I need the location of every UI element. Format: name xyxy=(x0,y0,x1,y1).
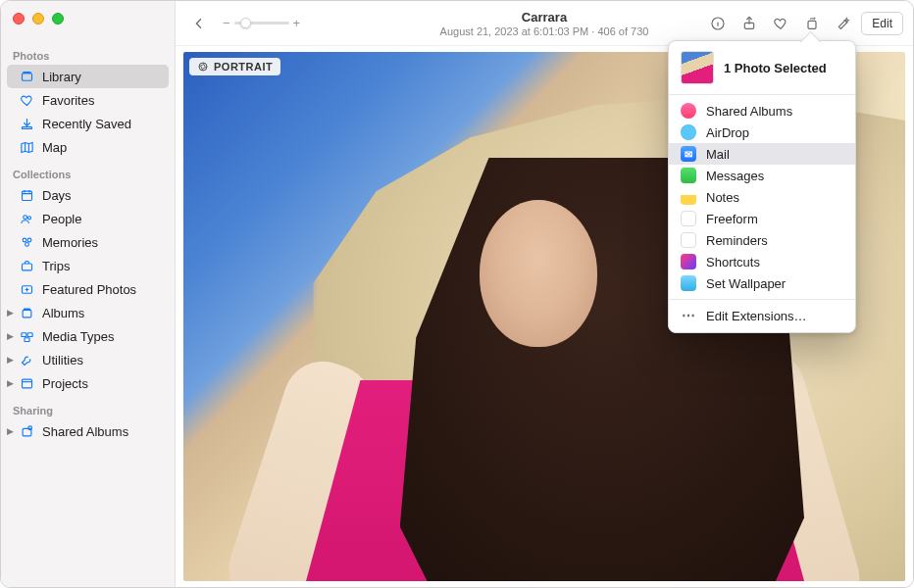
close-window-button[interactable] xyxy=(13,13,25,24)
back-button[interactable] xyxy=(185,10,213,37)
share-item-set-wallpaper[interactable]: Set Wallpaper xyxy=(669,272,855,294)
chevron-right-icon[interactable]: ▶ xyxy=(5,426,15,436)
sidebar-item-memories[interactable]: Memories xyxy=(7,230,169,254)
zoom-in-icon: + xyxy=(293,16,301,30)
freeform-app-icon xyxy=(681,211,696,226)
sidebar-item-label: People xyxy=(42,212,81,226)
sparkle-icon xyxy=(19,281,34,297)
sidebar-item-label: Favorites xyxy=(42,93,94,108)
shared-albums-icon xyxy=(19,423,34,439)
share-item-freeform[interactable]: Freeform xyxy=(669,208,855,229)
chevron-right-icon[interactable]: ▶ xyxy=(5,331,15,341)
share-item-reminders[interactable]: Reminders xyxy=(669,229,855,251)
messages-app-icon xyxy=(681,168,696,183)
svg-rect-2 xyxy=(22,126,31,128)
svg-rect-12 xyxy=(24,309,29,310)
sidebar-item-library[interactable]: Library xyxy=(7,65,169,88)
notes-app-icon xyxy=(681,189,696,205)
zoom-out-icon: − xyxy=(223,16,230,30)
share-item-notes[interactable]: Notes xyxy=(669,186,855,208)
sidebar-item-days[interactable]: Days xyxy=(7,183,169,207)
sidebar-item-label: Featured Photos xyxy=(42,282,136,297)
sidebar-item-label: Map xyxy=(42,140,67,155)
divider xyxy=(669,299,855,300)
aperture-icon xyxy=(197,61,209,73)
sidebar-item-media-types[interactable]: ▶ Media Types xyxy=(7,324,169,348)
albums-icon xyxy=(19,305,34,320)
airdrop-app-icon xyxy=(681,124,696,140)
sidebar-item-trips[interactable]: Trips xyxy=(7,254,169,277)
sidebar-item-map[interactable]: Map xyxy=(7,135,169,159)
favorite-button[interactable] xyxy=(767,10,794,37)
share-item-edit-extensions[interactable]: ⋯ Edit Extensions… xyxy=(669,305,855,326)
sidebar-item-label: Projects xyxy=(42,376,88,391)
sidebar-item-label: Media Types xyxy=(42,329,114,344)
edit-button[interactable]: Edit xyxy=(861,12,903,35)
reminders-app-icon xyxy=(681,232,696,248)
shortcuts-app-icon xyxy=(681,254,696,270)
svg-rect-15 xyxy=(25,337,29,341)
sidebar-item-recently-saved[interactable]: Recently Saved xyxy=(7,112,169,135)
sidebar-item-label: Albums xyxy=(42,306,84,320)
wrench-icon xyxy=(19,352,34,368)
sidebar-item-label: Recently Saved xyxy=(42,117,131,131)
sidebar-item-people[interactable]: People xyxy=(7,207,169,230)
chevron-right-icon[interactable]: ▶ xyxy=(5,378,15,388)
svg-point-18 xyxy=(27,425,31,429)
chevron-right-icon[interactable]: ▶ xyxy=(5,308,15,318)
sidebar-item-label: Utilities xyxy=(42,353,83,368)
sidebar-item-utilities[interactable]: ▶ Utilities xyxy=(7,348,169,371)
sidebar-item-label: Trips xyxy=(42,259,70,273)
svg-point-5 xyxy=(27,216,30,219)
sidebar-section-collections: Collections xyxy=(1,167,175,183)
svg-rect-3 xyxy=(22,191,31,200)
svg-rect-16 xyxy=(22,379,31,388)
svg-point-22 xyxy=(199,63,207,71)
share-item-messages[interactable]: Messages xyxy=(669,165,855,186)
auto-enhance-button[interactable] xyxy=(830,10,857,37)
svg-rect-9 xyxy=(22,264,31,270)
svg-rect-13 xyxy=(21,332,25,336)
share-menu: 1 Photo Selected Shared Albums AirDrop ✉… xyxy=(668,40,856,333)
mail-app-icon: ✉ xyxy=(681,146,696,162)
svg-point-6 xyxy=(23,238,26,242)
projects-icon xyxy=(19,375,34,391)
window-controls xyxy=(13,13,64,24)
people-icon xyxy=(19,211,34,226)
share-item-mail[interactable]: ✉ Mail xyxy=(669,143,855,165)
share-item-airdrop[interactable]: AirDrop xyxy=(669,122,855,143)
sidebar-item-albums[interactable]: ▶ Albums xyxy=(7,301,169,324)
svg-rect-11 xyxy=(23,310,31,318)
info-button[interactable] xyxy=(704,10,732,37)
sidebar-item-favorites[interactable]: Favorites xyxy=(7,88,169,112)
sidebar-section-sharing: Sharing xyxy=(1,403,175,419)
extensions-icon: ⋯ xyxy=(681,308,696,323)
zoom-window-button[interactable] xyxy=(52,13,64,24)
svg-point-8 xyxy=(25,242,28,246)
chevron-right-icon[interactable]: ▶ xyxy=(5,355,15,365)
svg-rect-1 xyxy=(23,72,30,73)
heart-icon xyxy=(19,92,34,108)
portrait-badge: PORTRAIT xyxy=(189,58,280,75)
divider xyxy=(669,94,855,95)
sidebar-item-shared-albums[interactable]: ▶ Shared Albums xyxy=(7,419,169,443)
sidebar-item-projects[interactable]: ▶ Projects xyxy=(7,371,169,395)
share-item-shared-albums[interactable]: Shared Albums xyxy=(669,100,855,122)
download-icon xyxy=(19,116,34,131)
sidebar-item-label: Shared Albums xyxy=(42,424,128,439)
sidebar-item-label: Days xyxy=(42,188,72,203)
calendar-icon xyxy=(19,187,34,203)
svg-rect-0 xyxy=(22,73,31,80)
svg-point-4 xyxy=(23,215,26,219)
sidebar-item-label: Memories xyxy=(42,235,98,250)
zoom-slider[interactable]: − + xyxy=(223,16,300,30)
sidebar-item-featured-photos[interactable]: Featured Photos xyxy=(7,277,169,301)
wallpaper-app-icon xyxy=(681,275,696,291)
mediatypes-icon xyxy=(19,328,34,344)
suitcase-icon xyxy=(19,258,34,273)
sidebar: Photos Library Favorites Recently Saved … xyxy=(1,1,176,587)
share-button[interactable] xyxy=(736,10,763,37)
map-icon xyxy=(19,139,34,155)
share-item-shortcuts[interactable]: Shortcuts xyxy=(669,251,855,272)
minimize-window-button[interactable] xyxy=(32,13,44,24)
